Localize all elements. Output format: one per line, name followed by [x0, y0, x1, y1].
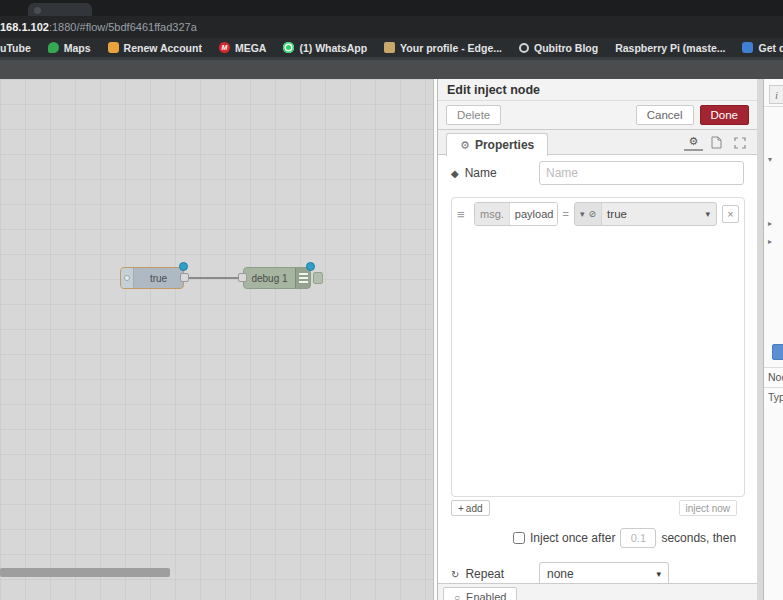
cancel-button[interactable]: Cancel: [636, 105, 694, 125]
favicon-icon: [34, 7, 41, 14]
bookmark-mega[interactable]: MMEGA: [219, 42, 267, 54]
sidebar-blue-button[interactable]: [772, 344, 783, 360]
debug-node[interactable]: debug 1: [243, 267, 311, 289]
payload-row: ≡ msg. = ▾ ⊘ true ▾ ×: [457, 202, 739, 226]
add-button[interactable]: + add: [451, 500, 490, 516]
properties-list: ≡ msg. = ▾ ⊘ true ▾ ×: [451, 197, 745, 497]
payload-value: true: [602, 208, 699, 220]
horizontal-scrollbar[interactable]: [0, 568, 170, 577]
name-label: ◆ Name: [451, 166, 539, 180]
inject-once-checkbox[interactable]: [513, 532, 525, 544]
status-circle-icon: ○: [454, 592, 460, 600]
url-path: :1880/#flow/5bdf6461ffad327a: [49, 21, 197, 33]
remove-row-button[interactable]: ×: [722, 205, 739, 223]
output-port[interactable]: [180, 273, 189, 282]
expand-icon[interactable]: [730, 134, 749, 151]
browser-tab-bar: [0, 0, 783, 16]
repeat-select[interactable]: none ▾: [539, 562, 669, 583]
inject-button[interactable]: [121, 268, 134, 288]
document-icon: [742, 42, 753, 53]
bookmark-qubitro-blog[interactable]: Qubitro Blog: [519, 42, 598, 54]
profile-folder-icon: [384, 42, 395, 53]
name-row: ◆ Name: [451, 161, 744, 185]
tab-properties[interactable]: ⚙ Properties: [446, 133, 548, 156]
ring-icon: [519, 43, 529, 53]
tree-expand-icon[interactable]: ▾: [768, 155, 772, 164]
gear-icon: ⚙: [460, 139, 470, 152]
bookmark-youtube[interactable]: uTube: [0, 42, 31, 54]
inject-node[interactable]: true: [120, 267, 184, 289]
inject-once-label: Inject once after: [530, 531, 615, 545]
value-dropdown-button[interactable]: ▾: [699, 209, 716, 219]
bookmark-renew-account[interactable]: Renew Account: [108, 42, 202, 54]
tray-form: ◆ Name ≡ msg. = ▾ ⊘: [438, 155, 757, 583]
tray-footer: ○ Enabled: [438, 583, 757, 600]
info-tab[interactable]: i: [769, 85, 783, 104]
changed-indicator-icon: [306, 262, 315, 271]
chevron-down-icon: ▾: [656, 569, 661, 579]
delete-button[interactable]: Delete: [446, 105, 501, 125]
once-delay-input[interactable]: [620, 528, 656, 548]
debug-icon-strip: [295, 268, 310, 288]
type-select-button[interactable]: ▾ ⊘: [575, 203, 602, 225]
tree-collapsed-icon[interactable]: ▸: [768, 237, 772, 246]
bookmark-profile[interactable]: Your profile - Edge...: [384, 42, 502, 54]
tag-icon: ◆: [451, 168, 459, 179]
node-red-header: [0, 60, 783, 79]
name-input[interactable]: [539, 161, 744, 185]
inject-now-button[interactable]: inject now: [679, 500, 737, 516]
boolean-type-icon: ⊘: [589, 209, 597, 219]
enabled-toggle-button[interactable]: ○ Enabled: [443, 587, 517, 600]
input-port[interactable]: [238, 273, 247, 282]
tray-title: Edit inject node: [438, 79, 757, 101]
bookmarks-bar: uTube Maps Renew Account MMEGA (1) Whats…: [0, 38, 783, 57]
inject-node-label: true: [134, 273, 183, 284]
msg-prefix: msg.: [475, 203, 510, 225]
info-sidebar: i ▾ ▸ ▸ Node Type: [763, 79, 783, 600]
inject-once-suffix: seconds, then: [661, 531, 736, 545]
drag-handle-icon[interactable]: ≡: [457, 207, 469, 222]
changed-indicator-icon: [179, 262, 188, 271]
msg-property-input: msg.: [474, 202, 558, 226]
bookmark-get-device-data[interactable]: Get device data by...: [742, 42, 783, 54]
maps-pin-icon: [48, 42, 59, 53]
node-settings-icon[interactable]: ⚙: [684, 134, 703, 151]
bookmark-raspberry-pi[interactable]: Raspberry Pi (maste...: [615, 42, 725, 54]
whatsapp-icon: [283, 42, 294, 53]
debug-node-label: debug 1: [244, 273, 295, 284]
folder-icon: [108, 42, 119, 53]
inject-once-row: Inject once after seconds, then: [513, 528, 744, 548]
mega-icon: M: [219, 42, 230, 53]
bookmark-whatsapp[interactable]: (1) WhatsApp: [283, 42, 367, 54]
bookmark-maps[interactable]: Maps: [48, 42, 91, 54]
repeat-label: ↻ Repeat: [451, 567, 539, 581]
description-icon[interactable]: [707, 134, 726, 151]
plus-icon: +: [458, 503, 464, 514]
wire: [183, 277, 244, 279]
repeat-row: ↻ Repeat none ▾: [451, 562, 744, 583]
caret-down-icon: ▾: [580, 209, 585, 219]
debug-toggle-button[interactable]: [313, 272, 323, 284]
url-host: 168.1.102: [0, 21, 49, 33]
screen: 168.1.102:1880/#flow/5bdf6461ffad327a uT…: [0, 0, 783, 600]
list-actions: + add inject now: [451, 500, 744, 518]
info-row-type: Type: [764, 387, 783, 407]
tray-tab-row: ⚙ Properties ⚙: [438, 130, 757, 155]
property-input[interactable]: [510, 203, 558, 225]
repeat-icon: ↻: [451, 569, 459, 580]
typed-input: ▾ ⊘ true ▾: [574, 202, 717, 226]
equals-sign: =: [563, 208, 569, 220]
done-button[interactable]: Done: [700, 105, 750, 125]
info-row-node: Node: [764, 367, 783, 387]
address-bar[interactable]: 168.1.102:1880/#flow/5bdf6461ffad327a: [0, 16, 783, 38]
tray-toolbar: Delete Cancel Done: [438, 101, 757, 130]
tree-collapsed-icon[interactable]: ▸: [768, 219, 772, 228]
debug-list-icon: [299, 273, 308, 284]
edit-tray: Edit inject node Delete Cancel Done ⚙ Pr…: [437, 79, 757, 600]
browser-tab[interactable]: [28, 3, 92, 16]
flow-canvas[interactable]: true debug 1: [0, 79, 433, 600]
